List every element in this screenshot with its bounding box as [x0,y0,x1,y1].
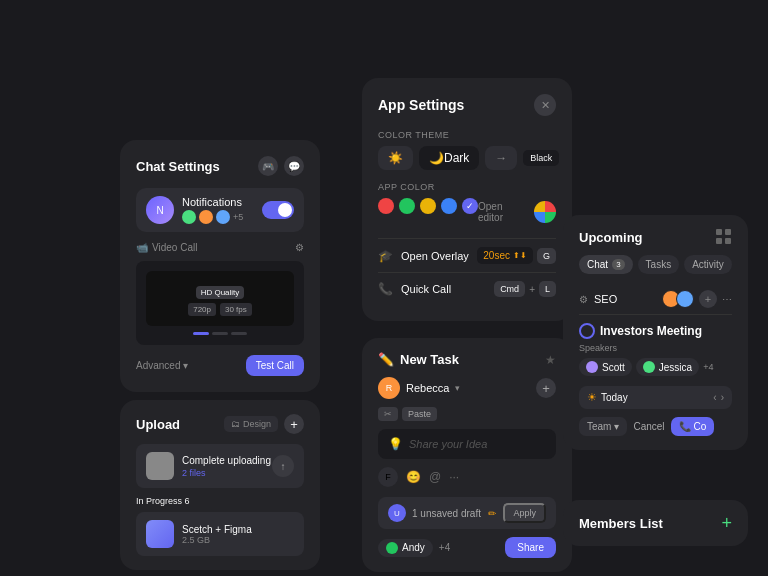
new-task-card: ✏️ New Task ★ R Rebecca ▾ + ✂ Paste 💡 Sh… [362,338,572,572]
notif-avatar: N [146,196,174,224]
quick-call-label: Quick Call [401,283,451,295]
moon-icon: 🌙 [429,151,444,165]
prev-arrow[interactable]: ‹ [713,392,716,403]
advanced-label: Advanced [136,360,180,371]
seo-more-icon[interactable]: ⋯ [722,294,732,305]
speaker-plus-count: +4 [703,362,713,372]
mention-icon[interactable]: @ [429,470,441,484]
upload-thumb-2 [146,520,174,548]
gamepad-icon[interactable]: 🎮 [258,156,278,176]
speakers-label: Speakers [579,343,732,353]
star-icon[interactable]: ★ [545,353,556,367]
speakers-row: Scott Jessica +4 [579,358,732,376]
andy-name: Andy [402,542,425,553]
overlay-key-badge: G [537,248,556,264]
video-icon: 📹 [136,242,148,253]
video-call-row: 📹 Video Call ⚙ [136,242,304,253]
paste-button[interactable]: Paste [402,407,437,421]
call-button[interactable]: 📞 Co [671,417,715,436]
design-label: Design [243,419,271,429]
emoji-icon[interactable]: 😊 [406,470,421,484]
today-label: Today [601,392,628,403]
apply-button[interactable]: Apply [503,503,546,523]
upload-item-2: Scetch + Figma 2.5 GB [136,512,304,556]
tab-tasks[interactable]: Tasks [638,255,680,274]
chat-toggle-icon[interactable]: 💬 [284,156,304,176]
upload-action-icon[interactable]: ↑ [272,455,294,477]
chat-settings-title: Chat Settings [136,159,220,174]
slide-dot-3[interactable] [231,332,247,335]
mini-avatar-3 [216,210,230,224]
sun-icon: ☀ [587,391,597,404]
close-button[interactable]: ✕ [534,94,556,116]
cut-button[interactable]: ✂ [378,407,398,421]
video-preview: HD Quality 720p 30 fps [136,261,304,345]
team-dropdown[interactable]: Team ▾ [579,417,627,436]
color-yellow[interactable] [420,198,436,214]
upload-count-1: 2 files [182,468,271,478]
next-arrow[interactable]: › [721,392,724,403]
color-blue[interactable] [441,198,457,214]
user-chevron-icon: ▾ [455,383,460,393]
unsaved-draft-row: U 1 unsaved draft ✏ Apply [378,497,556,529]
task-add-button[interactable]: + [536,378,556,398]
test-call-button[interactable]: Test Call [246,355,304,376]
task-input-area[interactable]: 💡 Share your Idea [378,429,556,459]
cancel-button[interactable]: Cancel [633,421,664,432]
advanced-dropdown[interactable]: Advanced ▾ [136,360,188,371]
editor-color-icon[interactable] [534,201,556,223]
mini-avatar-1 [182,210,196,224]
tab-tasks-label: Tasks [646,259,672,270]
app-settings-title: App Settings [378,97,464,113]
l-badge: L [539,281,556,297]
theme-dark[interactable]: 🌙 Dark [419,146,479,170]
investors-section: Investors Meeting Speakers Scott Jessica… [579,323,732,376]
overlay-icon: 🎓 [378,249,393,263]
task-user-name: Rebecca [406,382,449,394]
upload-add-button[interactable]: + [284,414,304,434]
app-color-row: ✓ [378,198,478,214]
chat-settings-footer: Advanced ▾ Test Call [136,355,304,376]
task-user-row: R Rebecca ▾ + [378,377,556,399]
figma-icon[interactable]: F [378,467,398,487]
design-icon: 🗂 [231,419,240,429]
chat-settings-card: Chat Settings 🎮 💬 N Notifications +5 📹 V [120,140,320,392]
seo-label: SEO [594,293,617,305]
edit-icon[interactable]: ✏ [488,508,496,519]
color-selected[interactable]: ✓ [462,198,478,214]
slide-dot-1[interactable] [193,332,209,335]
pencil-icon: ✏️ [378,352,394,367]
investors-meeting-label: Investors Meeting [600,324,702,338]
share-button[interactable]: Share [505,537,556,558]
upload-item-1: Complete uploading 2 files ↑ [136,444,304,488]
tab-chat-count: 3 [612,259,624,270]
jessica-dot [643,361,655,373]
theme-sun[interactable]: ☀️ [378,146,413,170]
paste-area: ✂ Paste [378,407,556,421]
tab-chat[interactable]: Chat 3 [579,255,633,274]
in-progress-label: In Progress 6 [136,496,304,506]
phone-icon: 📞 [378,282,393,296]
mini-avatar-2 [199,210,213,224]
app-color-label: App Color [378,182,556,192]
plus-sign: + [529,284,535,295]
slide-dot-2[interactable] [212,332,228,335]
upcoming-footer: Team ▾ Cancel 📞 Co [579,417,732,436]
notification-toggle[interactable] [262,201,294,219]
chevron-up-down-icon: ⬆⬇ [513,251,527,260]
grid-icon[interactable] [716,229,732,245]
quick-call-row: 📞 Quick Call Cmd + L [378,272,556,305]
seo-add-button[interactable]: + [699,290,717,308]
color-green[interactable] [399,198,415,214]
notification-label: Notifications [182,196,243,208]
task-toolbar: F 😊 @ ··· [378,467,556,487]
overlay-time-control[interactable]: 20sec ⬆⬇ [477,247,533,264]
color-red[interactable] [378,198,394,214]
phone-icon-small: 📞 [679,421,691,432]
more-icon[interactable]: ··· [449,470,459,484]
design-tag: 🗂 Design [224,416,278,432]
video-settings-icon[interactable]: ⚙ [295,242,304,253]
tab-activity[interactable]: Activity [684,255,732,274]
members-add-button[interactable]: + [721,514,732,532]
theme-arrow[interactable]: → [485,146,517,170]
